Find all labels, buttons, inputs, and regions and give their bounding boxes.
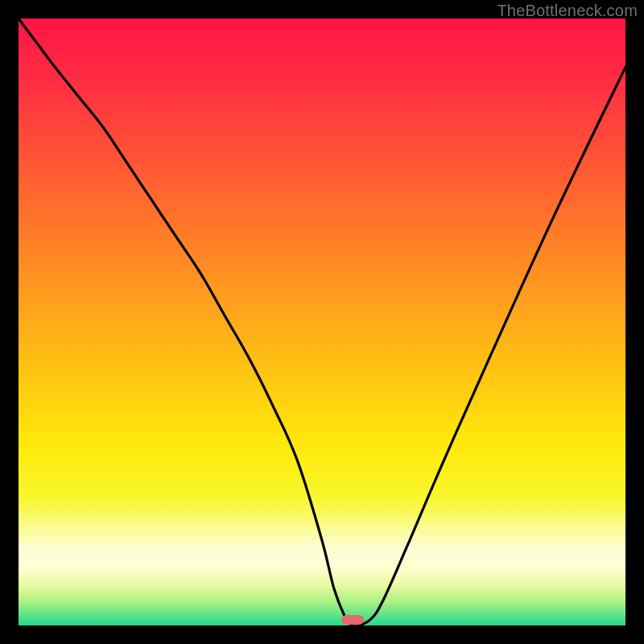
background-gradient: [19, 19, 625, 625]
plot-area: [19, 19, 625, 625]
watermark-text: TheBottleneck.com: [497, 2, 638, 20]
balanced-point-marker: [341, 615, 364, 625]
svg-rect-0: [19, 19, 625, 625]
chart-frame: TheBottleneck.com: [0, 0, 644, 644]
